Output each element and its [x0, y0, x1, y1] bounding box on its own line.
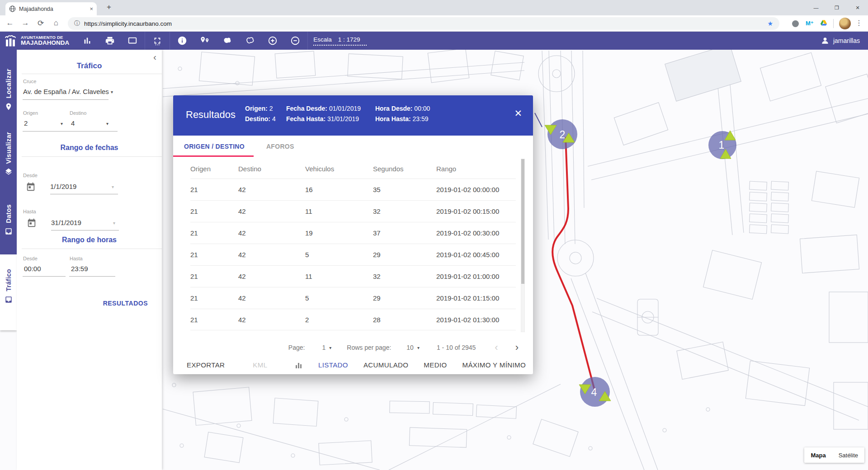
info-icon[interactable] [177, 35, 188, 46]
tab-origen-destino[interactable]: ORIGEN / DESTINO [173, 143, 255, 150]
collapse-panel-icon[interactable]: ‹ [153, 52, 156, 62]
close-icon[interactable]: ✕ [514, 108, 522, 119]
browser-menu-icon[interactable]: ⋮ [855, 19, 863, 27]
print-icon[interactable] [104, 35, 115, 46]
zoom-in-icon[interactable] [267, 35, 278, 46]
page-label: Page: [288, 344, 305, 351]
table-row[interactable]: 21422282019-01-02 01:30:00 [190, 309, 516, 330]
sidebar-item-trafico[interactable]: Tráfico [0, 269, 17, 304]
scrollbar-thumb[interactable] [521, 159, 524, 284]
screen-icon[interactable] [127, 35, 138, 46]
destino-select[interactable]: 4 [71, 119, 75, 127]
resultados-button[interactable]: RESULTADOS [103, 300, 148, 307]
tray-icon [5, 296, 13, 304]
sidebar-item-visualizar[interactable]: Visualizar [0, 132, 17, 176]
bookmark-star-icon[interactable]: ★ [767, 20, 773, 27]
rows-per-page-select[interactable]: 10 [406, 344, 414, 351]
scale-label: Escala [313, 36, 332, 43]
hora-desde-label: Desde [23, 256, 38, 261]
next-page-icon[interactable]: › [515, 343, 519, 352]
browser-tabstrip: Majadahonda × + — ❐ ✕ [0, 0, 868, 15]
area-fill-icon[interactable] [222, 35, 233, 46]
boundary-line [535, 113, 542, 127]
calendar-icon[interactable] [26, 182, 36, 192]
chevron-down-icon[interactable]: ▾ [112, 184, 114, 189]
divider [170, 32, 170, 50]
map-button[interactable]: Mapa [804, 452, 832, 459]
input-underline [50, 194, 118, 194]
exportar-button[interactable]: EXPORTAR [187, 361, 225, 369]
fecha-hasta-input[interactable]: 31/1/2019 [51, 219, 81, 226]
fecha-hasta-label: Hasta [23, 209, 36, 214]
listado-button[interactable]: LISTADO [318, 361, 348, 369]
tab-close-icon[interactable]: × [90, 5, 93, 12]
window-restore-button[interactable]: ❐ [826, 0, 847, 15]
acumulado-button[interactable]: ACUMULADO [363, 361, 408, 369]
table-row[interactable]: 214219372019-01-02 00:30:00 [190, 222, 516, 244]
input-underline [69, 131, 118, 132]
map-marker-4[interactable]: 4 [579, 377, 611, 407]
chevron-down-icon[interactable]: ▾ [111, 89, 113, 94]
chevron-down-icon[interactable]: ▾ [113, 221, 115, 226]
back-icon[interactable]: ← [5, 19, 15, 28]
tab-aforos[interactable]: AFOROS [255, 143, 305, 150]
origen-label: Origen [23, 110, 38, 116]
modal-summary: Origen: 2 Fecha Desde: 01/01/2019 Hora D… [245, 105, 457, 122]
fullscreen-extent-icon[interactable] [152, 35, 163, 46]
satellite-button[interactable]: Satélite [832, 452, 864, 459]
home-icon[interactable]: ⌂ [51, 19, 61, 28]
input-underline [23, 99, 108, 100]
zoom-out-icon[interactable] [290, 35, 301, 46]
active-tab-underline [173, 155, 254, 157]
new-tab-button[interactable]: + [103, 3, 115, 12]
sidebar-item-datos[interactable]: Datos [0, 204, 17, 235]
table-row[interactable]: 21425292019-01-02 00:45:00 [190, 244, 516, 265]
url-bar[interactable]: ⓘ https://simplicity.incaurbano.com ★ [68, 17, 779, 30]
chevron-down-icon[interactable]: ▾ [61, 121, 63, 126]
sidebar-item-localizar[interactable]: Localizar [0, 69, 17, 111]
extension-icon[interactable] [792, 20, 799, 27]
map-marker-1[interactable]: 1 [708, 131, 736, 159]
table-header-row: OrigenDestinoVehiculosSegundosRango [190, 159, 516, 179]
fecha-desde-input[interactable]: 1/1/2019 [50, 183, 76, 190]
hora-desde-input[interactable]: 00:00 [24, 265, 41, 273]
medio-button[interactable]: MEDIO [424, 361, 447, 369]
table-scrollbar[interactable] [521, 159, 525, 332]
window-minimize-button[interactable]: — [806, 0, 826, 15]
area-outline-icon[interactable] [245, 35, 255, 46]
poi-pins-icon[interactable] [199, 35, 210, 46]
hora-hasta-input[interactable]: 23:59 [71, 265, 88, 273]
url-text: https://simplicity.incaurbano.com [84, 20, 767, 27]
drive-extension-icon[interactable] [820, 20, 827, 27]
browser-profile-avatar[interactable] [839, 18, 851, 29]
cruce-select[interactable]: Av. de España / Av. Claveles [23, 88, 109, 95]
chevron-down-icon[interactable]: ▾ [417, 345, 420, 350]
table-row[interactable]: 214216352019-01-02 00:00:00 [190, 179, 516, 200]
user-menu[interactable]: jamarillas [821, 36, 860, 45]
m-plus-extension-icon[interactable]: M⁺ [806, 20, 814, 27]
globe-icon [9, 5, 16, 12]
chevron-down-icon[interactable]: ▾ [106, 121, 108, 126]
table-row[interactable]: 214211322019-01-02 01:00:00 [190, 265, 516, 287]
page-info-icon[interactable]: ⓘ [74, 19, 80, 28]
statistics-icon[interactable] [82, 35, 93, 46]
maximo-minimo-button[interactable]: MÁXIMO Y MÍNIMO [462, 361, 526, 369]
modal-footer: EXPORTAR KML LISTADO ACUMULADO MEDIO MÁX… [173, 356, 533, 374]
layers-icon [5, 168, 13, 176]
page-select[interactable]: 1 [322, 344, 326, 351]
chevron-down-icon[interactable]: ▾ [329, 345, 331, 350]
forward-icon[interactable]: → [20, 19, 31, 28]
divider [22, 74, 162, 74]
window-close-button[interactable]: ✕ [847, 0, 868, 15]
browser-tab[interactable]: Majadahonda × [5, 2, 97, 15]
reload-icon[interactable]: ⟳ [35, 19, 46, 28]
fecha-desde-label: Desde [23, 173, 38, 178]
modal-title: Resultados [186, 109, 236, 121]
chart-icon[interactable] [295, 362, 302, 369]
calendar-icon[interactable] [27, 218, 37, 228]
origen-select[interactable]: 2 [24, 119, 28, 127]
table-row[interactable]: 21425292019-01-02 01:15:00 [190, 287, 516, 309]
map-marker-2[interactable]: 2 [545, 119, 577, 149]
table-row[interactable]: 214211322019-01-02 00:15:00 [190, 200, 516, 222]
resultados-modal: Resultados Origen: 2 Fecha Desde: 01/01/… [173, 95, 533, 374]
